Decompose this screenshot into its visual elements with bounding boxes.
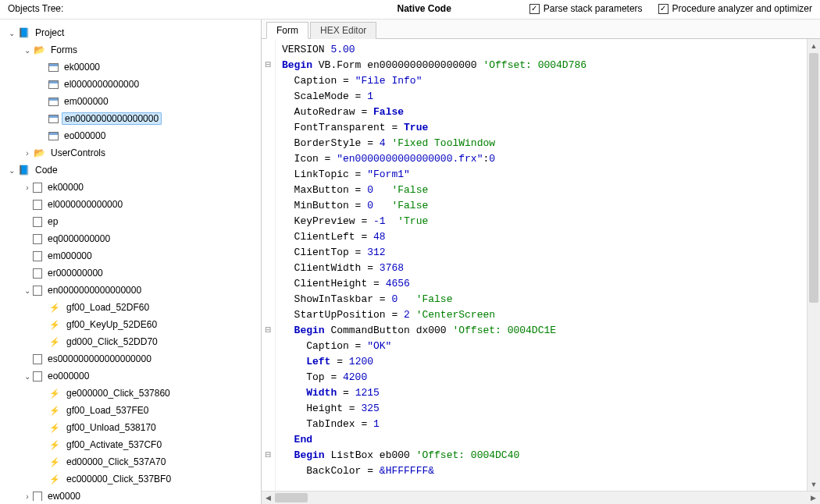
code-line[interactable]: MinButton = 0 'False [282, 198, 800, 214]
code-token: VB.Form en0000000000000000 [312, 59, 483, 71]
code-line[interactable]: Caption = "File Info" [282, 73, 800, 89]
code-line[interactable]: Caption = "OK" [282, 339, 800, 354]
chevron-right-icon[interactable]: › [22, 149, 33, 158]
tree-item[interactable]: ·es000000000000000000 [2, 350, 256, 367]
code-line[interactable]: TabIndex = 1 [282, 417, 800, 432]
code-token: 'Offset: 0004D786 [483, 59, 586, 71]
gutter-spacer [262, 198, 275, 214]
code-token: 325 [361, 403, 379, 414]
fold-toggle-icon[interactable]: ⊟ [262, 58, 275, 73]
code-line[interactable]: MaxButton = 0 'False [282, 183, 800, 198]
tree-item[interactable]: ·el0000000000000 [2, 76, 256, 93]
fold-gutter[interactable]: ⊟⊟⊟ [262, 39, 276, 491]
gutter-spacer [262, 167, 275, 183]
code-line[interactable]: BorderStyle = 4 'Fixed ToolWindow [282, 136, 800, 151]
code-line[interactable]: Top = 4200 [282, 370, 800, 385]
chevron-down-icon[interactable]: ⌄ [6, 29, 17, 37]
code-line[interactable]: Height = 325 [282, 401, 800, 417]
tree-item[interactable]: ·gd000_Click_52DD70 [2, 333, 256, 350]
tree-item-label: ew0000 [45, 491, 83, 501]
tree-item[interactable]: ·er000000000 [2, 264, 256, 282]
chevron-down-icon[interactable]: ⌄ [6, 166, 17, 175]
code-line[interactable]: ClientWidth = 3768 [282, 261, 800, 276]
scroll-down-arrow-icon[interactable]: ▼ [808, 477, 820, 491]
fold-toggle-icon[interactable]: ⊟ [262, 323, 275, 339]
tree-item[interactable]: ⌄Forms [2, 41, 256, 59]
bolt-icon [48, 473, 61, 485]
tree-item[interactable]: ⌄en0000000000000000 [2, 282, 256, 299]
tree-item[interactable]: ·gf00_Activate_537CF0 [2, 436, 256, 453]
horizontal-scrollbar[interactable]: ◀ ▶ [262, 491, 820, 504]
code-line[interactable]: FontTransparent = True [282, 120, 800, 136]
code-token [282, 449, 294, 461]
tree-item[interactable]: ·ep [2, 213, 256, 230]
code-line[interactable]: VERSION 5.00 [282, 42, 800, 58]
tree-item[interactable]: ·gf00_KeyUp_52DE60 [2, 316, 256, 333]
code-token: &HFFFFFF& [380, 465, 434, 477]
vertical-scrollbar[interactable]: ▲ ▼ [807, 39, 820, 491]
chevron-right-icon[interactable]: › [22, 183, 33, 192]
code-line[interactable]: ScaleMode = 1 [282, 89, 800, 105]
objects-tree[interactable]: ⌄Project⌄Forms·ek00000·el0000000000000·e… [0, 23, 261, 501]
tree-item[interactable]: ·en0000000000000000 [2, 110, 256, 127]
tree-item[interactable]: ⌄Project [2, 24, 256, 41]
code-line[interactable]: ClientLeft = 48 [282, 229, 800, 245]
procedure-analyzer-checkbox[interactable]: ✓ Procedure analyzer and optimizer [658, 3, 812, 14]
code-line[interactable]: ClientHeight = 4656 [282, 276, 800, 292]
tree-item[interactable]: ·ed00000_Click_537A70 [2, 453, 256, 470]
code-line[interactable]: Begin VB.Form en0000000000000000 'Offset… [282, 58, 800, 73]
tree-item[interactable]: ·gf00_Load_537FE0 [2, 402, 256, 419]
code-token: -1 [373, 215, 386, 227]
tree-item[interactable]: ·gf00_Load_52DF60 [2, 299, 256, 316]
tree-item[interactable]: ›UserControls [2, 144, 256, 161]
code-line[interactable]: ClientTop = 312 [282, 245, 800, 261]
code-editor[interactable]: ⊟⊟⊟ VERSION 5.00Begin VB.Form en00000000… [262, 39, 820, 491]
tab-hex-editor[interactable]: HEX Editor [310, 22, 376, 39]
tree-item-label: el0000000000000 [62, 79, 141, 90]
code-token: Begin [294, 449, 325, 461]
code-text[interactable]: VERSION 5.00Begin VB.Form en000000000000… [276, 39, 807, 491]
code-line[interactable]: Width = 1215 [282, 385, 800, 401]
code-line[interactable]: Begin CommandButton dx000 'Offset: 0004D… [282, 323, 800, 339]
tree-item[interactable]: ·em000000 [2, 93, 256, 110]
code-line[interactable]: ShowInTaskbar = 0 'False [282, 292, 800, 307]
scroll-up-arrow-icon[interactable]: ▲ [808, 39, 820, 52]
code-line[interactable]: StartUpPosition = 2 'CenterScreen [282, 307, 800, 323]
scroll-track[interactable] [275, 492, 807, 504]
code-line[interactable]: BackColor = &HFFFFFF& [282, 463, 800, 479]
tree-item[interactable]: ·gf00_Unload_538170 [2, 419, 256, 436]
code-line[interactable]: LinkTopic = "Form1" [282, 167, 800, 183]
tree-item[interactable]: ⌄Code [2, 161, 256, 179]
scroll-right-arrow-icon[interactable]: ▶ [807, 492, 820, 505]
gutter-spacer [262, 339, 275, 354]
tree-item[interactable]: ·eq0000000000 [2, 230, 256, 247]
tree-item[interactable]: ⌄eo000000 [2, 367, 256, 385]
tree-item[interactable]: ·el0000000000000 [2, 196, 256, 213]
code-line[interactable]: Icon = "en0000000000000000.frx":0 [282, 151, 800, 167]
code-token [410, 309, 416, 321]
scroll-thumb[interactable] [275, 493, 308, 502]
tree-item[interactable]: ·ge000000_Click_537860 [2, 385, 256, 402]
scroll-left-arrow-icon[interactable]: ◀ [262, 492, 275, 505]
chevron-down-icon[interactable]: ⌄ [22, 286, 33, 295]
chevron-down-icon[interactable]: ⌄ [22, 46, 33, 55]
tree-item[interactable]: ·ec000000_Click_537BF0 [2, 470, 256, 488]
parse-stack-checkbox[interactable]: ✓ Parse stack parameters [529, 3, 643, 14]
tab-form[interactable]: Form [266, 22, 308, 39]
code-line[interactable]: AutoRedraw = False [282, 105, 800, 120]
chevron-down-icon[interactable]: ⌄ [22, 372, 33, 381]
code-line[interactable]: KeyPreview = -1 'True [282, 214, 800, 229]
project-icon [17, 164, 30, 176]
code-line[interactable]: Begin ListBox eb000 'Offset: 0004DC40 [282, 448, 800, 463]
code-token: Begin [282, 59, 312, 71]
tree-item[interactable]: ·em000000 [2, 247, 256, 264]
scroll-thumb[interactable] [809, 53, 818, 303]
code-line[interactable]: End [282, 432, 800, 448]
tree-item[interactable]: ›ew0000 [2, 488, 256, 501]
fold-toggle-icon[interactable]: ⊟ [262, 448, 275, 463]
tree-item[interactable]: ›ek00000 [2, 179, 256, 196]
code-line[interactable]: Left = 1200 [282, 354, 800, 370]
tree-item[interactable]: ·eo000000 [2, 127, 256, 144]
tree-item[interactable]: ·ek00000 [2, 59, 256, 76]
chevron-right-icon[interactable]: › [22, 492, 33, 501]
